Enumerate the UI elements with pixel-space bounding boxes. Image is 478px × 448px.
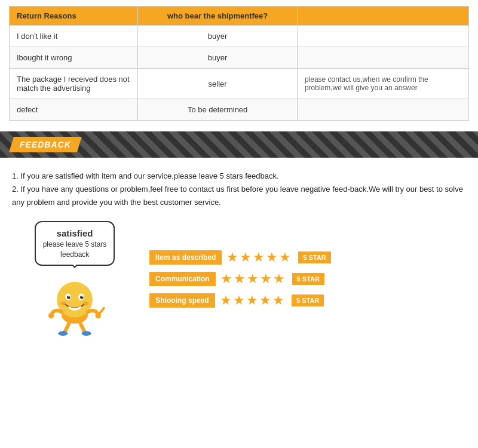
star-3: ★ <box>247 271 259 287</box>
note-cell <box>297 47 468 69</box>
rating-row-item-described: Item as described ★ ★ ★ ★ ★ 5 STAR <box>149 250 466 265</box>
table-row: The package I received does not match th… <box>10 69 469 99</box>
rating-label-item-described: Item as described <box>149 250 222 265</box>
feedback-line2: 2. If you have any questions or problem,… <box>12 183 466 209</box>
note-cell <box>297 26 468 47</box>
note-cell <box>297 99 468 121</box>
bearer-cell: seller <box>138 69 298 99</box>
star-5: ★ <box>272 293 284 308</box>
ratings-container: Item as described ★ ★ ★ ★ ★ 5 STAR Commu… <box>149 250 466 308</box>
speech-line3: feedback <box>43 250 107 260</box>
reason-cell: defect <box>10 99 138 121</box>
stars-communication: ★ ★ ★ ★ ★ <box>220 271 285 287</box>
svg-point-6 <box>69 296 70 297</box>
stars-item-described: ★ ★ ★ ★ ★ <box>226 250 291 265</box>
table-row: Ibought it wrong buyer <box>10 47 469 69</box>
rating-badge-shipping: 5 STAR <box>292 294 324 306</box>
feedback-label: FEEDBACK <box>9 137 82 152</box>
star-3: ★ <box>246 293 258 308</box>
rating-label-shipping: Shiooing speed <box>149 293 215 308</box>
return-reasons-section: Return Reasons who bear the shipmentfee?… <box>0 0 478 127</box>
star-1: ★ <box>226 250 238 265</box>
star-5: ★ <box>273 271 285 287</box>
note-cell: please contact us,when we confirm the pr… <box>297 69 468 99</box>
col-header-note <box>297 7 468 26</box>
star-2: ★ <box>240 250 252 265</box>
svg-point-12 <box>59 331 68 336</box>
star-4: ★ <box>266 250 278 265</box>
table-row: I don't like it buyer <box>10 26 469 47</box>
rating-badge-communication: 5 STAR <box>292 273 324 285</box>
bearer-cell: buyer <box>138 47 298 69</box>
svg-point-9 <box>83 302 88 305</box>
rating-section: satisfied please leave 5 stars feedback <box>0 215 478 348</box>
bearer-cell: buyer <box>138 26 298 47</box>
stars-shipping: ★ ★ ★ ★ ★ <box>220 293 284 308</box>
speech-line1: satisfied <box>43 227 107 240</box>
feedback-line1: 1. If you are satisfied with item and ou… <box>12 170 466 183</box>
reason-cell: The package I received does not match th… <box>10 69 138 99</box>
col-header-reason: Return Reasons <box>10 7 138 26</box>
rating-row-communication: Communication ★ ★ ★ ★ ★ 5 STAR <box>149 271 466 287</box>
rating-label-communication: Communication <box>149 272 216 286</box>
rating-badge-item-described: 5 STAR <box>298 251 330 263</box>
svg-point-13 <box>82 331 91 336</box>
star-3: ★ <box>253 250 265 265</box>
star-4: ★ <box>260 271 272 287</box>
star-1: ★ <box>220 271 232 287</box>
star-5: ★ <box>279 250 291 265</box>
reason-cell: I don't like it <box>10 26 138 47</box>
feedback-banner: FEEDBACK <box>0 131 478 158</box>
return-table: Return Reasons who bear the shipmentfee?… <box>9 6 469 121</box>
speech-bubble: satisfied please leave 5 stars feedback <box>35 221 115 266</box>
table-row: defect To be determined <box>10 99 469 121</box>
svg-point-8 <box>60 302 66 305</box>
col-header-bearer: who bear the shipmentfee? <box>138 7 298 26</box>
svg-point-7 <box>82 296 83 297</box>
feedback-text-section: 1. If you are satisfied with item and ou… <box>0 162 478 215</box>
rating-row-shipping: Shiooing speed ★ ★ ★ ★ ★ 5 STAR <box>149 293 466 308</box>
smiley-mascot <box>42 271 108 336</box>
mascot-container: satisfied please leave 5 stars feedback <box>12 221 137 336</box>
star-2: ★ <box>234 271 246 287</box>
reason-cell: Ibought it wrong <box>10 47 138 69</box>
star-4: ★ <box>259 293 271 308</box>
star-2: ★ <box>233 293 245 308</box>
star-1: ★ <box>220 293 232 308</box>
svg-point-10 <box>48 313 54 318</box>
speech-line2: please leave 5 stars <box>43 240 107 250</box>
bearer-cell: To be determined <box>138 99 298 121</box>
